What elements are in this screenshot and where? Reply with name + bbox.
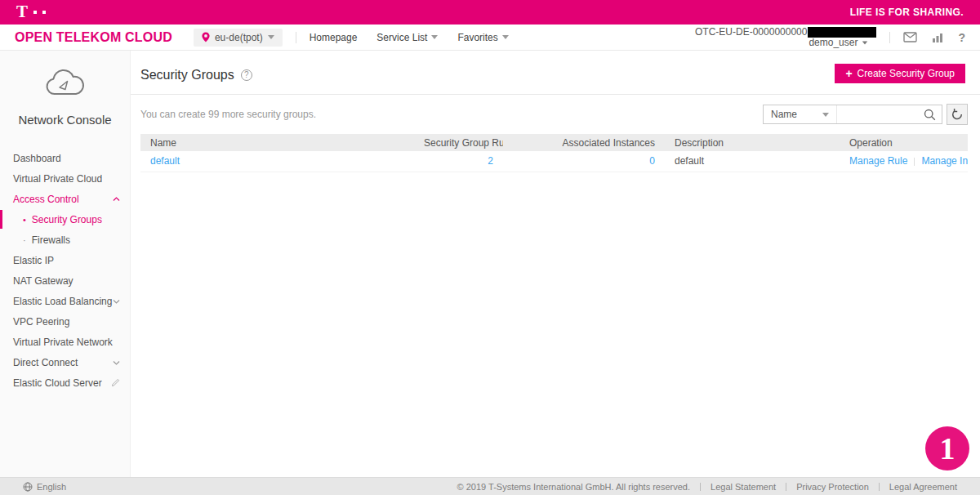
column-header-name: Name xyxy=(140,134,414,151)
table-header-row: Name Security Group Rules Associated Ins… xyxy=(140,134,968,151)
telekom-logo-dot xyxy=(42,11,46,14)
location-pin-icon xyxy=(202,32,210,42)
bullet-icon: • xyxy=(23,215,26,225)
sidebar-item-label: Elastic Cloud Server xyxy=(13,377,102,389)
column-header-operation: Operation xyxy=(840,134,968,151)
sidebar-item-dashboard[interactable]: Dashboard xyxy=(0,148,130,168)
sidebar-item-firewalls[interactable]: · Firewalls xyxy=(0,230,130,250)
security-groups-table: Name Security Group Rules Associated Ins… xyxy=(140,134,968,172)
bullet-icon: · xyxy=(23,235,26,245)
sidebar-item-label: Elastic Load Balancing xyxy=(13,296,112,307)
sidebar-item-label: Virtual Private Network xyxy=(13,337,113,348)
region-selector[interactable]: eu-de(tpot) xyxy=(194,29,283,47)
external-link-icon xyxy=(111,378,120,387)
nav-homepage-label: Homepage xyxy=(310,32,358,43)
search-filter-select[interactable]: Name xyxy=(764,105,837,123)
sidebar-item-elastic-cloud-server[interactable]: Elastic Cloud Server xyxy=(0,372,130,393)
chevron-down-icon xyxy=(502,35,509,39)
nav-favorites[interactable]: Favorites xyxy=(457,32,508,43)
brand-slogan: LIFE IS FOR SHARING. xyxy=(850,7,964,18)
quota-hint: You can create 99 more security groups. xyxy=(140,109,316,120)
nav-service-list-label: Service List xyxy=(376,32,427,43)
manage-instance-link[interactable]: Manage Instance xyxy=(921,155,968,167)
language-selector[interactable]: English xyxy=(23,482,66,492)
sidebar-item-elastic-load-balancing[interactable]: Elastic Load Balancing xyxy=(0,291,130,311)
user-name: demo_user xyxy=(695,38,876,48)
search-input[interactable] xyxy=(837,105,918,123)
region-label: eu-de(tpot) xyxy=(215,32,263,43)
console-head: Network Console xyxy=(0,51,130,127)
chevron-down-icon xyxy=(113,299,120,304)
sidebar-menu: Dashboard Virtual Private Cloud Access C… xyxy=(0,148,130,393)
mail-icon-glyph xyxy=(903,32,917,42)
nav-service-list[interactable]: Service List xyxy=(376,32,438,43)
search-icon-glyph xyxy=(924,109,936,121)
network-cloud-icon xyxy=(43,69,87,100)
page-title: Security Groups xyxy=(140,68,234,82)
nav-homepage[interactable]: Homepage xyxy=(310,32,358,43)
description-cell: default xyxy=(665,151,840,172)
create-security-group-button[interactable]: + Create Security Group xyxy=(835,64,965,83)
console-title: Network Console xyxy=(0,113,130,127)
create-button-label: Create Security Group xyxy=(858,68,955,79)
sidebar-item-nat-gateway[interactable]: NAT Gateway xyxy=(0,270,130,291)
topbar: T LIFE IS FOR SHARING. xyxy=(0,0,980,25)
footer: English © 2019 T-Systems International G… xyxy=(0,477,980,495)
legal-statement-link[interactable]: Legal Statement xyxy=(710,482,776,492)
portal-logo[interactable]: OPEN TELEKOM CLOUD xyxy=(15,30,172,45)
help-icon[interactable]: ? xyxy=(958,31,965,44)
telekom-logo-dot xyxy=(33,11,37,14)
header-right: OTC-EU-DE-0000000000 demo_user ? xyxy=(695,27,965,48)
telekom-logo-icon: T xyxy=(16,5,46,20)
instances-count-link[interactable]: 0 xyxy=(649,155,655,167)
copyright: © 2019 T-Systems International GmbH. All… xyxy=(457,482,690,492)
legal-agreement-link[interactable]: Legal Agreement xyxy=(889,482,957,492)
sidebar-item-virtual-private-network[interactable]: Virtual Private Network xyxy=(0,332,130,352)
search-box: Name xyxy=(763,105,942,124)
account-menu[interactable]: OTC-EU-DE-0000000000 demo_user xyxy=(695,27,876,48)
sidebar-item-security-groups[interactable]: • Security Groups xyxy=(0,209,130,230)
sidebar-item-label: Direct Connect xyxy=(13,357,78,368)
security-group-name-link[interactable]: default xyxy=(150,155,180,167)
sidebar-item-label: Dashboard xyxy=(13,153,61,164)
sidebar-item-label: Security Groups xyxy=(32,214,102,225)
user-name-label: demo_user xyxy=(808,38,858,48)
tenant-id-redaction xyxy=(808,27,876,38)
sidebar-item-virtual-private-cloud[interactable]: Virtual Private Cloud xyxy=(0,168,130,189)
chevron-down-icon xyxy=(822,113,829,117)
chevron-down-icon xyxy=(862,41,867,44)
sidebar-item-direct-connect[interactable]: Direct Connect xyxy=(0,352,130,372)
column-header-rules: Security Group Rules xyxy=(414,134,503,151)
column-header-instances: Associated Instances xyxy=(503,134,665,151)
sidebar-item-label: Virtual Private Cloud xyxy=(13,173,102,185)
usage-stats-icon[interactable] xyxy=(932,32,943,42)
sidebar-item-label: NAT Gateway xyxy=(13,275,74,287)
chevron-down-icon xyxy=(268,35,274,39)
divider xyxy=(914,158,915,166)
chevron-down-icon xyxy=(113,360,120,365)
globe-icon xyxy=(23,482,33,492)
mail-icon[interactable] xyxy=(903,32,917,42)
sidebar-item-vpc-peering[interactable]: VPC Peering xyxy=(0,311,130,332)
search-icon[interactable] xyxy=(918,109,942,121)
column-header-description: Description xyxy=(665,134,840,151)
refresh-icon xyxy=(951,109,963,120)
sidebar-item-elastic-ip[interactable]: Elastic IP xyxy=(0,250,130,270)
privacy-protection-link[interactable]: Privacy Protection xyxy=(796,482,869,492)
telekom-logo-t: T xyxy=(16,3,28,20)
refresh-button[interactable] xyxy=(947,104,968,125)
rules-count-link[interactable]: 2 xyxy=(488,155,493,167)
divider xyxy=(889,32,890,43)
search-filter-value: Name xyxy=(771,109,797,120)
title-help-icon[interactable]: ? xyxy=(241,69,252,81)
search-controls: Name xyxy=(763,104,968,125)
main-content: Security Groups ? + Create Security Grou… xyxy=(131,51,980,477)
table-row: default 2 0 default Manage RuleManage In… xyxy=(140,151,968,172)
sidebar-item-label: VPC Peering xyxy=(13,316,69,328)
plus-icon: + xyxy=(845,68,852,79)
tenant-id: OTC-EU-DE-0000000000 xyxy=(695,27,876,38)
manage-rule-link[interactable]: Manage Rule xyxy=(849,155,907,167)
sidebar-item-access-control[interactable]: Access Control xyxy=(0,189,130,209)
sidebar-item-label: Firewalls xyxy=(32,234,70,246)
tenant-id-label: OTC-EU-DE-0000000000 xyxy=(695,27,807,38)
